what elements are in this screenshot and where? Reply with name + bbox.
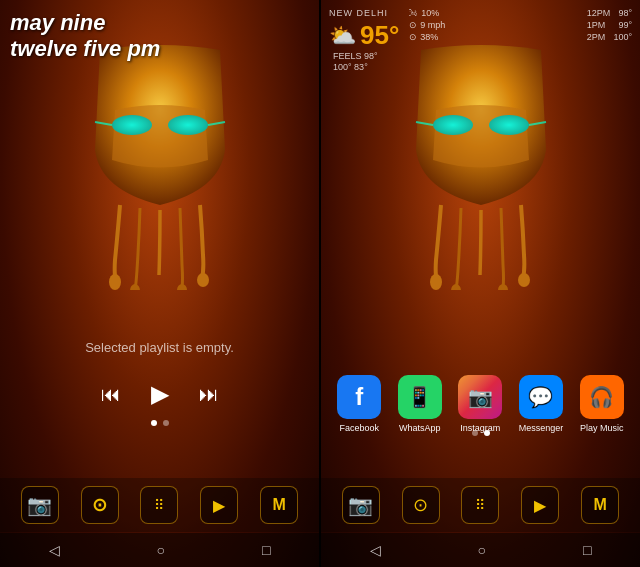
nav-bar: ◁ ○ □: [0, 533, 319, 567]
dot-1: [151, 420, 157, 426]
speed-icon: ⊙: [409, 20, 417, 30]
right-page-dots: [321, 430, 640, 436]
svg-point-14: [498, 284, 508, 290]
weather-humidity: ⊙ 38%: [409, 32, 445, 42]
weather-extra: 🌬 10% ⊙ 9 mph ⊙ 38%: [409, 8, 445, 42]
right-screen: NEW DELHI ⛅ 95° FEELS 98° 100° 83° 🌬 10%…: [321, 0, 640, 567]
home-nav[interactable]: ○: [157, 542, 165, 558]
whatsapp-icon: 📱: [398, 375, 442, 419]
play-store-dock-icon[interactable]: ▶: [200, 486, 238, 524]
svg-point-1: [168, 115, 208, 135]
weather-wind-speed: ⊙ 9 mph: [409, 20, 445, 30]
weather-left: NEW DELHI ⛅ 95° FEELS 98° 100° 83°: [329, 8, 399, 72]
messenger-icon: 💬: [519, 375, 563, 419]
svg-point-8: [433, 115, 473, 135]
play-button[interactable]: ▶: [151, 380, 169, 408]
nav-bar-right: ◁ ○ □: [321, 533, 640, 567]
dot-2: [163, 420, 169, 426]
app-messenger[interactable]: 💬 Messenger: [519, 375, 564, 433]
next-button[interactable]: ⏭: [199, 383, 219, 406]
weather-widget: NEW DELHI ⛅ 95° FEELS 98° 100° 83° 🌬 10%…: [329, 8, 632, 72]
app-facebook[interactable]: f Facebook: [337, 375, 381, 433]
humidity-icon: ⊙: [409, 32, 417, 42]
svg-point-13: [451, 284, 461, 290]
back-nav-right[interactable]: ◁: [370, 542, 381, 558]
svg-point-6: [177, 284, 187, 290]
ironman-mask: [60, 30, 260, 290]
weather-feels: FEELS 98°: [333, 51, 399, 61]
playlist-status: Selected playlist is empty.: [0, 340, 319, 355]
chrome-dock-right[interactable]: ⊙: [402, 486, 440, 524]
bottom-dock: 📷 ⊙ ⠿ ▶ M: [0, 478, 319, 532]
gmail-dock-icon[interactable]: M: [260, 486, 298, 524]
bottom-dock-right: 📷 ⊙ ⠿ ▶ M: [321, 478, 640, 532]
recents-nav-right[interactable]: □: [583, 542, 591, 558]
apps-dock-right[interactable]: ⠿: [461, 486, 499, 524]
weather-details: FEELS 98° 100° 83°: [333, 51, 399, 72]
apps-dock-icon[interactable]: ⠿: [140, 486, 178, 524]
forecast-2pm: 2PM100°: [587, 32, 632, 42]
svg-point-4: [109, 274, 121, 290]
time-line1: may nine: [10, 10, 160, 36]
chrome-dock-icon[interactable]: ⊙: [81, 486, 119, 524]
app-grid: f Facebook 📱 WhatsApp 📷 Instagram 💬 Mess…: [321, 375, 640, 433]
play-music-icon: 🎧: [580, 375, 624, 419]
camera-dock-right[interactable]: 📷: [342, 486, 380, 524]
wind-icon: 🌬: [409, 8, 418, 18]
svg-point-9: [489, 115, 529, 135]
recents-nav[interactable]: □: [262, 542, 270, 558]
weather-city: NEW DELHI: [329, 8, 399, 18]
weather-forecast: 12PM98° 1PM99° 2PM100°: [587, 8, 632, 42]
weather-temp: 95°: [360, 20, 399, 51]
app-instagram[interactable]: 📷 Instagram: [458, 375, 502, 433]
home-nav-right[interactable]: ○: [478, 542, 486, 558]
left-screen: may nine twelve five pm Selected playlis…: [0, 0, 319, 567]
weather-icon-area: ⛅ 95°: [329, 20, 399, 51]
svg-point-5: [130, 284, 140, 290]
weather-cloud-icon: ⛅: [329, 23, 356, 49]
weather-range: 100° 83°: [333, 62, 399, 72]
right-dot-2: [484, 430, 490, 436]
svg-point-0: [112, 115, 152, 135]
forecast-12pm: 12PM98°: [587, 8, 632, 18]
facebook-icon: f: [337, 375, 381, 419]
play-dock-right[interactable]: ▶: [521, 486, 559, 524]
right-dot-1: [472, 430, 478, 436]
page-dots: [0, 420, 319, 426]
app-whatsapp[interactable]: 📱 WhatsApp: [398, 375, 442, 433]
time-display: may nine twelve five pm: [10, 10, 160, 63]
svg-point-7: [197, 273, 209, 287]
svg-point-15: [518, 273, 530, 287]
music-controls: ⏮ ▶ ⏭: [0, 380, 319, 408]
svg-point-12: [430, 274, 442, 290]
instagram-icon: 📷: [458, 375, 502, 419]
back-nav[interactable]: ◁: [49, 542, 60, 558]
app-play-music[interactable]: 🎧 Play Music: [580, 375, 624, 433]
forecast-1pm: 1PM99°: [587, 20, 632, 30]
prev-button[interactable]: ⏮: [101, 383, 121, 406]
time-line2: twelve five pm: [10, 36, 160, 62]
camera-dock-icon[interactable]: 📷: [21, 486, 59, 524]
weather-wind: 🌬 10%: [409, 8, 445, 18]
gmail-dock-right[interactable]: M: [581, 486, 619, 524]
